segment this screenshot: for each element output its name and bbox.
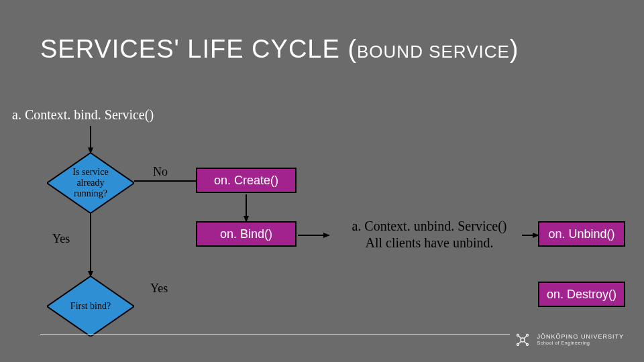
oncreate-text: on. Create() xyxy=(214,174,278,188)
connector-decision1-to-oncreate xyxy=(134,180,196,182)
ondestroy-text: on. Destroy() xyxy=(547,288,616,302)
svg-line-21 xyxy=(524,341,527,344)
title-subtitle: BOUND SERVICE xyxy=(357,42,510,62)
process-ondestroy: on. Destroy() xyxy=(538,282,625,307)
logo-text: JÖNKÖPING UNIVERSITY School of Engineeri… xyxy=(537,333,624,346)
label-yes-2: Yes xyxy=(150,282,168,296)
university-logo: JÖNKÖPING UNIVERSITY School of Engineeri… xyxy=(514,331,624,349)
decision-is-service-running: Is service already running? xyxy=(47,153,134,213)
process-onbind: on. Bind() xyxy=(196,221,297,247)
onunbind-text: on. Unbind() xyxy=(548,227,614,241)
process-oncreate: on. Create() xyxy=(196,168,297,193)
midtext-line1: a. Context. unbind. Service() xyxy=(352,219,506,233)
arrow-entry-to-decision1 xyxy=(87,126,94,154)
decision-first-bind: First bind? xyxy=(47,276,134,337)
svg-line-18 xyxy=(519,336,521,339)
logo-mark-icon xyxy=(514,331,531,349)
footer-rule xyxy=(40,335,510,335)
logo-school: School of Engineering xyxy=(537,341,624,346)
svg-line-19 xyxy=(524,336,527,339)
decision2-text: First bind? xyxy=(47,276,134,337)
process-onunbind: on. Unbind() xyxy=(538,221,625,247)
paren-open: ( xyxy=(347,35,357,63)
label-no: No xyxy=(153,165,168,179)
arrow-onbind-to-context xyxy=(298,232,330,239)
title-main: SERVICES' LIFE CYCLE xyxy=(40,35,347,63)
midtext-line2: All clients have unbind. xyxy=(365,235,493,250)
onbind-text: on. Bind() xyxy=(220,227,272,241)
arrow-context-to-onunbind xyxy=(522,232,539,239)
logo-name: JÖNKÖPING UNIVERSITY xyxy=(537,333,624,341)
arrow-decision1-to-decision2 xyxy=(87,213,94,278)
label-yes-1: Yes xyxy=(52,232,70,246)
paren-close: ) xyxy=(510,35,519,63)
slide-title: SERVICES' LIFE CYCLE (BOUND SERVICE) xyxy=(40,35,519,64)
decision1-text: Is service already running? xyxy=(47,153,134,213)
context-unbind-text: a. Context. unbind. Service() All client… xyxy=(329,218,530,251)
arrow-oncreate-to-onbind xyxy=(243,194,250,223)
svg-line-20 xyxy=(519,341,521,344)
entry-call-text: a. Context. bind. Service() xyxy=(12,107,154,123)
